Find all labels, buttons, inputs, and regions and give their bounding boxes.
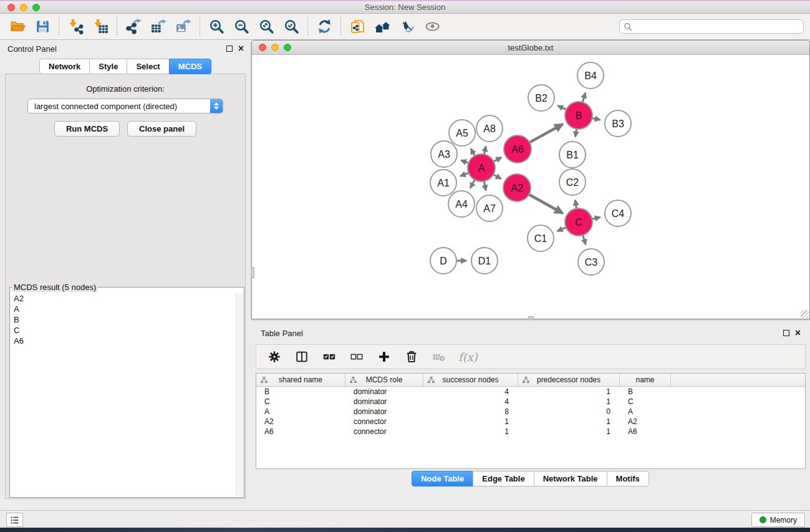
mcds-result-item[interactable]: A6 [11,336,235,346]
graph-node-A8[interactable]: A8 [476,115,503,142]
mcds-result-item[interactable]: C [11,325,235,336]
optimization-criterion-select[interactable]: largest connected component (directed) [27,99,223,114]
graph-node-D1[interactable]: D1 [471,248,498,274]
network-scroll-nub-left[interactable] [251,267,254,278]
tab-network-table[interactable]: Network Table [534,471,607,486]
table-cell[interactable]: 4 [423,387,518,396]
table-cell[interactable]: A [620,407,671,416]
graph-node-B[interactable]: B [565,102,592,129]
memory-button[interactable]: Memory [751,513,805,527]
result-scrollbar[interactable] [236,293,243,496]
network-scroll-nub-bottom[interactable] [528,316,534,319]
column-header-shared-name[interactable]: shared name [256,374,345,386]
graph-edge-C-C4[interactable] [592,217,600,219]
zoom-out-button[interactable] [232,17,251,37]
close-panel-button[interactable]: Close panel [127,121,196,137]
float-panel-icon[interactable] [226,46,233,52]
add-column-button[interactable] [376,349,392,365]
graph-node-B3[interactable]: B3 [605,110,631,137]
delete-table-button[interactable] [431,349,447,365]
table-cell[interactable]: 4 [423,397,518,406]
tab-network[interactable]: Network [39,59,90,74]
zoom-in-button[interactable] [207,17,226,37]
table-cell[interactable]: connector [345,417,423,426]
task-history-button[interactable] [6,513,23,527]
table-row[interactable]: A6connector11A6 [256,427,805,437]
copy-network-button[interactable] [348,17,367,37]
graph-node-A2[interactable]: A2 [503,174,531,201]
zoom-selected-button[interactable] [282,17,301,37]
tab-node-table[interactable]: Node Table [412,471,473,486]
apply-function-button[interactable]: f(x) [458,349,478,365]
graph-edge-A-A5[interactable] [471,148,475,155]
graph-node-C2[interactable]: C2 [559,169,586,195]
graph-edge-C-C3[interactable] [583,235,586,244]
table-cell[interactable]: 1 [518,387,620,396]
graph-node-C3[interactable]: C3 [578,249,604,275]
table-cell[interactable]: dominator [345,407,423,416]
table-cell[interactable]: dominator [345,397,423,406]
column-header-mcds-role[interactable]: MCDS role [345,374,423,386]
tab-edge-table[interactable]: Edge Table [473,471,534,486]
table-cell[interactable]: A6 [620,427,671,436]
graph-node-A1[interactable]: A1 [430,170,456,196]
column-header-successor-nodes[interactable]: successor nodes [423,374,518,386]
graph-edge-A-A3[interactable] [461,160,468,163]
graph-edge-A-A4[interactable] [470,180,475,188]
tab-style[interactable]: Style [89,59,127,74]
graph-edge-B-B2[interactable] [557,105,566,109]
graph-edge-A-A7[interactable] [484,181,486,191]
select-all-button[interactable] [321,349,337,365]
mcds-result-item[interactable]: A [11,304,235,314]
column-header-predecessor-nodes[interactable]: predecessor nodes [518,374,620,386]
table-cell[interactable]: connector [345,427,423,436]
close-table-panel-icon[interactable]: × [795,330,801,336]
graph-node-A7[interactable]: A7 [476,195,503,221]
graph-node-C4[interactable]: C4 [605,200,631,226]
import-network-button[interactable] [66,17,85,37]
graph-node-C[interactable]: C [565,208,592,236]
graph-edge-A-A1[interactable] [460,173,469,176]
table-cell[interactable]: A6 [256,427,345,436]
graph-node-A[interactable]: A [468,154,495,181]
table-row[interactable]: Adominator80A [256,407,805,417]
table-cell[interactable]: dominator [345,387,423,396]
graph-node-A4[interactable]: A4 [448,191,475,217]
graph-edge-B-B3[interactable] [592,118,600,120]
graph-node-C1[interactable]: C1 [528,225,554,251]
import-table-button[interactable] [91,17,110,37]
mcds-result-item[interactable]: A2 [11,293,235,304]
delete-column-button[interactable] [403,349,420,365]
table-cell[interactable]: A [256,407,345,416]
network-canvas[interactable]: B4B2BB3A8A5A6A3B1AA1C2A2A4A7C4CC1C3DD1 [252,56,809,319]
show-column-panel-button[interactable] [294,349,310,365]
table-cell[interactable]: 1 [423,427,518,436]
save-session-button[interactable] [33,17,52,37]
run-mcds-button[interactable]: Run MCDS [54,121,120,137]
table-settings-button[interactable] [266,349,282,365]
graph-edge-B-B4[interactable] [582,93,585,102]
table-cell[interactable]: C [256,397,345,406]
table-row[interactable]: Bdominator41B [256,387,805,397]
graph-edge-A6-B[interactable] [529,124,562,142]
table-cell[interactable]: 1 [423,417,518,426]
double-home-button[interactable] [373,17,392,37]
tab-motifs[interactable]: Motifs [607,471,649,486]
graph-node-A5[interactable]: A5 [449,120,475,146]
unselect-all-button[interactable] [349,349,365,365]
graph-edge-A-A2[interactable] [493,175,501,179]
mcds-result-item[interactable]: B [11,314,235,325]
table-cell[interactable]: 1 [518,397,620,406]
tab-select[interactable]: Select [127,59,169,74]
graph-edge-A2-C[interactable] [529,195,562,213]
table-row[interactable]: A2connector11A2 [256,417,805,427]
graph-edge-C-C1[interactable] [557,228,566,231]
table-cell[interactable]: 0 [518,407,620,416]
table-cell[interactable]: A2 [620,417,671,426]
table-cell[interactable]: C [620,397,671,406]
show-details-button[interactable] [423,17,441,37]
column-header-name[interactable]: name [620,374,671,386]
table-cell[interactable]: 8 [423,407,518,416]
graph-node-A6[interactable]: A6 [504,135,531,163]
graph-node-A3[interactable]: A3 [431,141,457,167]
